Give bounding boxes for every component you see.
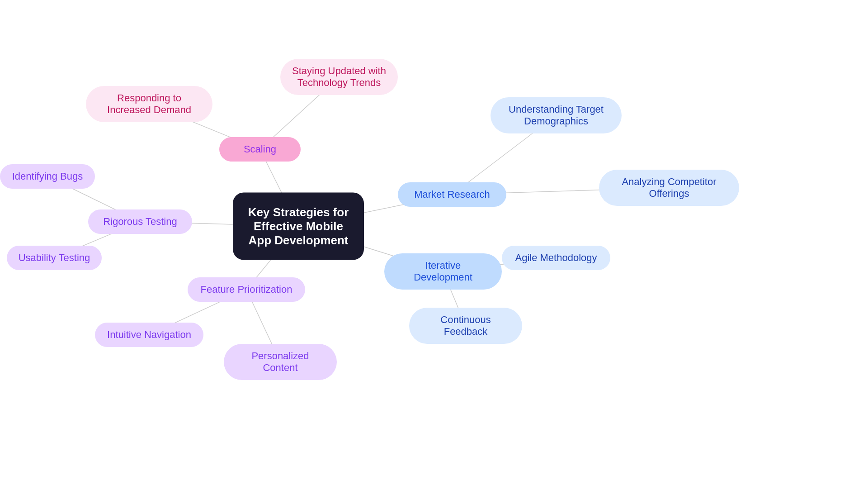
node-usability-testing[interactable]: Usability Testing xyxy=(7,246,102,270)
node-responding-demand[interactable]: Responding to Increased Demand xyxy=(86,86,212,122)
node-identifying-bugs[interactable]: Identifying Bugs xyxy=(0,164,95,189)
mindmap-container: Key Strategies for Effective Mobile App … xyxy=(0,0,868,490)
node-rigorous-testing[interactable]: Rigorous Testing xyxy=(88,209,192,234)
node-market-research[interactable]: Market Research xyxy=(398,182,506,207)
node-scaling[interactable]: Scaling xyxy=(219,137,301,162)
node-feature-prioritization[interactable]: Feature Prioritization xyxy=(188,277,305,302)
center-node[interactable]: Key Strategies for Effective Mobile App … xyxy=(233,193,364,260)
node-understanding-demographics[interactable]: Understanding Target Demographics xyxy=(491,97,622,133)
node-intuitive-navigation[interactable]: Intuitive Navigation xyxy=(95,323,203,347)
node-continuous-feedback[interactable]: Continuous Feedback xyxy=(409,308,522,344)
node-staying-updated[interactable]: Staying Updated with Technology Trends xyxy=(280,59,398,95)
node-iterative-development[interactable]: Iterative Development xyxy=(384,253,502,290)
node-analyzing-competitor[interactable]: Analyzing Competitor Offerings xyxy=(599,170,739,206)
node-agile-methodology[interactable]: Agile Methodology xyxy=(502,246,610,270)
node-personalized-content[interactable]: Personalized Content xyxy=(224,344,337,380)
connections-svg xyxy=(0,0,868,490)
